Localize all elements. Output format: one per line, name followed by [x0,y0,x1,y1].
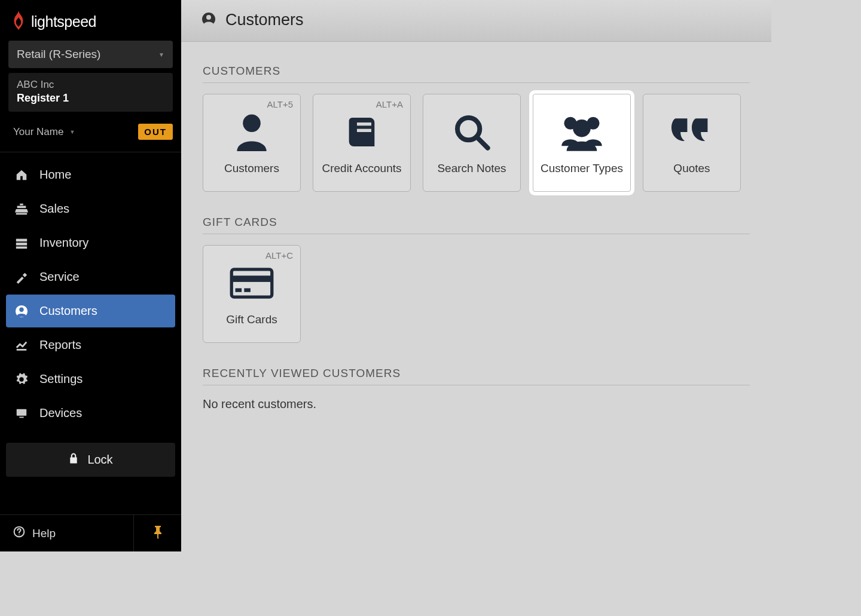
section-heading-customers: CUSTOMERS [203,65,750,78]
quotes-icon [671,111,712,154]
tile-label: Gift Cards [226,313,277,326]
tile-customers[interactable]: ALT+5 Customers [203,94,301,192]
tile-quotes[interactable]: Quotes [643,94,741,192]
user-name: Your Name [13,126,63,138]
help-icon [13,526,25,541]
sidebar: lightspeed Retail (R-Series) ▼ ABC Inc R… [0,0,181,551]
help-button[interactable]: Help [0,515,133,551]
svg-rect-19 [231,269,272,297]
svg-line-15 [477,137,488,148]
nav-label: Home [39,168,71,182]
divider [203,234,750,234]
nav-inventory[interactable]: Inventory [6,226,175,259]
boxes-icon [14,237,29,250]
svg-point-4 [19,307,23,311]
search-icon [453,111,491,154]
flame-icon [11,11,26,32]
section-heading-recent: RECENTLY VIEWED CUSTOMERS [203,367,750,380]
user-menu[interactable]: Your Name ▼ [13,126,75,138]
divider [203,82,750,83]
nav-label: Settings [39,372,83,386]
divider [203,385,750,385]
svg-point-11 [243,114,261,132]
user-circle-icon [14,305,29,318]
tile-label: Search Notes [437,162,506,175]
brand-logo: lightspeed [0,0,181,41]
card-icon [229,262,274,305]
brand-name: lightspeed [31,13,96,30]
nav-home[interactable]: Home [6,158,175,191]
tile-label: Customers [224,162,279,175]
register-name: Register 1 [17,92,164,105]
nav-label: Inventory [39,236,88,250]
out-badge[interactable]: OUT [138,124,173,140]
svg-rect-6 [19,416,23,418]
svg-rect-5 [17,409,27,415]
pin-button[interactable] [133,515,181,551]
page-header: Customers [181,0,771,42]
nav-customers[interactable]: Customers [6,295,175,327]
nav-service[interactable]: Service [6,261,175,293]
lock-button[interactable]: Lock [6,443,175,477]
svg-point-10 [206,15,211,20]
tile-search-notes[interactable]: Search Notes [423,94,521,192]
nav-label: Sales [39,202,69,216]
svg-rect-22 [244,288,251,292]
help-label: Help [32,527,56,540]
nav-devices[interactable]: Devices [6,397,175,430]
tile-row-giftcards: ALT+C Gift Cards [203,245,750,343]
nav-reports[interactable]: Reports [6,329,175,361]
svg-point-8 [19,534,20,535]
recent-empty-text: No recent customers. [203,397,750,411]
hammer-icon [14,271,29,284]
nav-sales[interactable]: Sales [6,192,175,225]
monitor-icon [14,407,29,420]
svg-rect-12 [357,122,371,125]
nav-label: Service [39,270,80,284]
svg-rect-1 [16,243,27,246]
page-title: Customers [225,11,304,29]
lock-icon [68,452,79,467]
main: Customers CUSTOMERS ALT+5 Customers ALT+… [181,0,771,551]
svg-rect-20 [231,275,272,282]
tile-customer-types[interactable]: Customer Types [533,94,631,192]
shortcut-label: ALT+A [376,99,403,109]
nav: Home Sales Inventory Service Customers [0,158,181,430]
sidebar-footer: Help [0,514,181,551]
tile-label: Customer Types [541,162,623,175]
section-heading-giftcards: GIFT CARDS [203,216,750,229]
shortcut-label: ALT+C [265,250,293,261]
pin-icon [153,526,163,541]
people-group-icon [559,111,604,154]
register-selector[interactable]: ABC Inc Register 1 [8,73,173,112]
chart-icon [14,339,29,352]
caret-down-icon: ▼ [158,51,164,58]
svg-point-18 [573,119,591,137]
caret-down-icon: ▼ [69,129,75,135]
svg-rect-13 [357,129,371,132]
tile-gift-cards[interactable]: ALT+C Gift Cards [203,245,301,343]
tile-label: Credit Accounts [322,162,401,175]
nav-label: Reports [39,338,81,352]
user-row: Your Name ▼ OUT [0,118,181,149]
home-icon [14,168,29,182]
person-icon [234,111,270,154]
cash-register-icon [14,203,29,216]
company-name: ABC Inc [17,79,164,91]
nav-label: Customers [39,304,97,318]
svg-rect-21 [236,288,242,292]
product-selector[interactable]: Retail (R-Series) ▼ [8,41,173,68]
svg-rect-0 [16,238,27,241]
tile-credit-accounts[interactable]: ALT+A Credit Accounts [313,94,411,192]
nav-settings[interactable]: Settings [6,363,175,396]
divider [0,152,181,152]
svg-rect-2 [16,246,27,249]
nav-label: Devices [39,406,82,420]
tile-row-customers: ALT+5 Customers ALT+A Credit Accounts Se… [203,94,750,192]
content: CUSTOMERS ALT+5 Customers ALT+A Credit A… [181,42,771,434]
gear-icon [14,373,29,386]
shortcut-label: ALT+5 [267,99,294,109]
tile-label: Quotes [673,162,710,175]
product-selector-label: Retail (R-Series) [17,48,100,61]
lock-label: Lock [87,453,112,467]
